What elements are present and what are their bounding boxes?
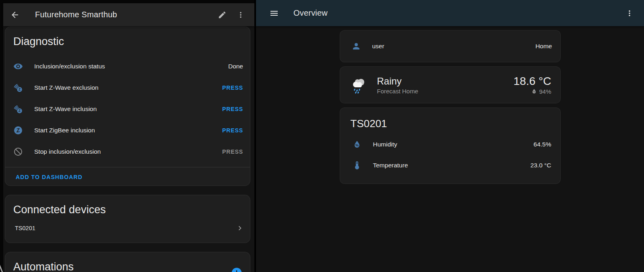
back-button[interactable] [7,7,23,23]
left-appbar: Futurehome Smarthub [3,3,254,26]
weather-source: Forecast Home [377,88,419,95]
device-name: TS0201 [15,225,35,231]
row-zwave-inclusion: Z Start Z-Wave inclusion PRESS [5,98,250,120]
svg-text:Z: Z [19,87,21,91]
device-settings-panel: Futurehome Smarthub Diagnostic [0,0,254,272]
row-stop-inclusion: Stop inclusion/exclusion PRESS [5,141,250,162]
rainy-cloud-icon [349,75,368,95]
weather-card[interactable]: Rainy Forecast Home 18.6 °C % 94% [340,66,561,103]
dots-vertical-icon [625,9,634,18]
weather-condition: Rainy [377,76,419,87]
connected-devices-card: Connected devices TS0201 [5,195,250,243]
weather-humidity: 94% [539,88,551,95]
row-label: Inclusion/exclusion status [34,63,105,70]
left-content: Diagnostic Inclusion/exclusion status Do… [3,26,254,272]
row-value: Done [228,63,243,70]
row-zigbee-inclusion: Z Start ZigBee inclusion PRESS [5,120,250,141]
sensor-card-title: TS0201 [340,108,560,134]
zwave-icon: Z [13,83,23,93]
svg-text:Z: Z [19,109,21,113]
right-overflow-menu-button[interactable] [621,5,638,21]
left-overflow-menu-button[interactable] [233,7,249,23]
left-appbar-title: Futurehome Smarthub [35,10,117,19]
sensor-value: 23.0 °C [530,162,551,169]
row-label: Start Z-Wave inclusion [34,105,97,113]
overview-content: user Home [256,26,644,272]
right-appbar: Overview [256,0,644,26]
press-button-disabled: PRESS [222,148,243,155]
press-button[interactable]: PRESS [222,127,243,134]
row-inclusion-status: Inclusion/exclusion status Done [5,56,250,77]
sensor-value: 64.5% [534,141,551,148]
diagnostic-card: Diagnostic Inclusion/exclusion status Do… [5,27,250,186]
row-label: Start ZigBee inclusion [34,127,95,134]
edit-button[interactable] [214,7,230,23]
arrow-left-icon [10,10,20,20]
diagnostic-title: Diagnostic [5,27,250,52]
person-icon [351,41,361,51]
cancel-icon [13,147,23,157]
thermometer-icon [352,161,362,170]
row-label: Start Z-Wave exclusion [34,84,99,91]
press-button[interactable]: PRESS [222,106,243,112]
weather-temperature: 18.6 °C [514,75,551,87]
plus-circle-icon [231,267,243,272]
connected-devices-title: Connected devices [5,195,250,220]
device-row-ts0201[interactable]: TS0201 [5,220,250,237]
humidity-row[interactable]: % Humidity 64.5% [340,134,560,155]
row-label: Stop inclusion/exclusion [34,148,101,155]
chevron-right-icon[interactable] [235,224,244,233]
hamburger-icon [269,8,279,18]
user-card[interactable]: user Home [340,30,561,62]
press-button[interactable]: PRESS [222,84,243,91]
water-percent-icon: % [352,140,362,149]
sensor-card: TS0201 % Humidity 64.5% Temperatu [340,107,561,184]
right-appbar-title: Overview [293,8,328,18]
automations-title: Automations [5,252,250,272]
diagnostic-footer: ADD TO DASHBOARD [5,167,250,187]
add-automation-button[interactable] [231,267,243,272]
temperature-row[interactable]: Temperature 23.0 °C [340,155,560,176]
eye-icon [13,62,23,71]
svg-text:%: % [355,143,358,147]
row-zwave-exclusion: Z Start Z-Wave exclusion PRESS [5,77,250,98]
pencil-icon [218,10,227,19]
humidity-drop-icon: % [531,88,537,95]
zigbee-icon: Z [13,126,23,135]
user-location: Home [535,43,552,50]
automations-card: Automations [5,252,250,272]
menu-button[interactable] [266,5,282,21]
add-to-dashboard-button[interactable]: ADD TO DASHBOARD [16,174,83,180]
overview-panel: Overview user Home [256,0,644,272]
dots-vertical-icon [236,10,245,19]
zwave-icon: Z [13,104,23,114]
sensor-label: Temperature [373,162,408,169]
svg-text:%: % [533,91,535,93]
user-name: user [372,43,384,50]
screen: Futurehome Smarthub Diagnostic [0,0,644,272]
sensor-label: Humidity [373,141,397,148]
